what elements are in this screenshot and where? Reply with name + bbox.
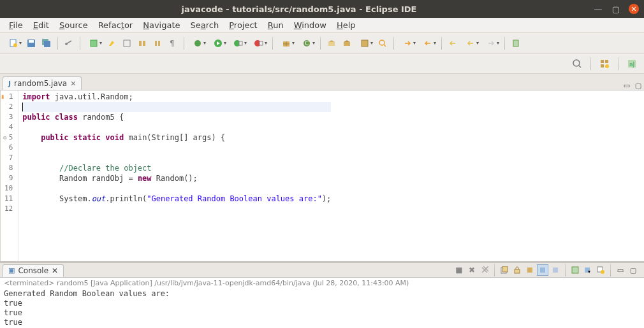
menu-file[interactable]: File [4, 19, 28, 31]
svg-text:▾: ▾ [588, 269, 590, 274]
separator [590, 57, 591, 70]
quick-search-button[interactable] [570, 57, 584, 71]
new-package-button[interactable] [277, 36, 296, 50]
pilcrow-button[interactable]: ¶ [166, 36, 180, 50]
code-line[interactable]: System.out.println("Generated Random Boo… [22, 194, 331, 204]
code-line[interactable] [22, 204, 331, 214]
code-line[interactable]: public static void main(String[] args) { [22, 132, 331, 143]
run-button[interactable] [209, 36, 228, 50]
show-console-button[interactable] [537, 264, 548, 276]
close-button[interactable]: ✕ [629, 4, 639, 14]
close-console-icon[interactable]: ✕ [52, 266, 58, 275]
show-whitespace-button[interactable] [135, 36, 149, 50]
menu-refactor[interactable]: Refactor [93, 19, 138, 31]
external-tools-button[interactable] [249, 36, 268, 50]
forward-button[interactable] [481, 36, 501, 50]
code-line[interactable]: //Declare the object [22, 163, 331, 173]
svg-rect-2 [27, 39, 35, 47]
code-line[interactable] [22, 153, 331, 163]
back-button[interactable] [461, 36, 480, 50]
next-annotation-button[interactable] [398, 36, 417, 50]
word-wrap-button[interactable] [524, 264, 536, 276]
separator [618, 57, 618, 70]
console-tab[interactable]: ▣ Console ✕ [3, 264, 64, 277]
search-button[interactable] [376, 36, 390, 50]
svg-rect-30 [605, 60, 608, 63]
open-perspective-icon[interactable] [597, 57, 611, 71]
svg-point-32 [605, 64, 609, 68]
code-line[interactable]: Random randObj = new Random(); [22, 173, 331, 183]
java-perspective-icon[interactable]: aJ [625, 57, 639, 71]
maximize-button[interactable]: ▢ [611, 4, 621, 14]
display-selected-button[interactable] [569, 264, 581, 276]
window-title: javacode - tutorials/src/random5.java - … [5, 4, 593, 14]
code-line[interactable] [22, 102, 331, 112]
menu-navigate[interactable]: Navigate [138, 19, 185, 31]
svg-point-28 [573, 60, 580, 66]
clear-console-button[interactable] [499, 264, 510, 276]
svg-rect-39 [540, 267, 545, 273]
open-type-button[interactable] [325, 36, 339, 50]
toggle-highlight-button[interactable] [105, 36, 119, 50]
code-line[interactable]: public class random5 { [22, 112, 331, 122]
svg-point-14 [194, 40, 201, 46]
minimize-view-icon[interactable]: ▭ [622, 81, 631, 90]
debug-button[interactable] [188, 36, 207, 50]
console-output[interactable]: Generated Random Boolean values are: tru… [0, 289, 644, 328]
menu-bar: File Edit Source Refactor Navigate Searc… [0, 18, 644, 33]
coverage-button[interactable] [84, 36, 103, 50]
svg-rect-0 [10, 39, 16, 46]
new-class-button[interactable]: C [297, 36, 316, 50]
close-tab-icon[interactable]: ✕ [70, 80, 76, 88]
svg-rect-25 [362, 40, 368, 46]
link-editor-button[interactable] [62, 36, 76, 50]
svg-point-18 [254, 40, 261, 46]
minimize-console-icon[interactable]: ▭ [616, 266, 625, 275]
save-button[interactable] [24, 36, 38, 50]
svg-rect-36 [502, 266, 508, 272]
code-line[interactable] [22, 143, 331, 153]
separator [184, 37, 184, 50]
maximize-console-icon[interactable]: ▢ [629, 266, 638, 275]
new-console-dropdown[interactable] [595, 264, 606, 276]
separator [80, 37, 80, 50]
svg-rect-31 [601, 64, 604, 68]
pin-console-button[interactable] [550, 264, 561, 276]
maximize-view-icon[interactable]: ▢ [634, 81, 643, 90]
remove-all-button[interactable] [479, 264, 490, 276]
menu-source[interactable]: Source [54, 19, 93, 31]
minimize-button[interactable]: — [593, 4, 603, 14]
svg-rect-10 [143, 41, 145, 46]
separator [565, 264, 566, 276]
last-edit-button[interactable] [446, 36, 460, 50]
menu-edit[interactable]: Edit [28, 19, 54, 31]
menu-project[interactable]: Project [224, 19, 263, 31]
menu-help[interactable]: Help [332, 19, 361, 31]
code-line[interactable]: import java.util.Random; [22, 92, 331, 102]
java-file-icon: J [8, 80, 11, 88]
menu-search[interactable]: Search [186, 19, 224, 31]
open-console-dropdown[interactable]: ▾ [582, 264, 594, 276]
menu-run[interactable]: Run [263, 19, 289, 31]
code-area[interactable]: import java.util.Random;public class ran… [18, 90, 335, 261]
scroll-lock-button[interactable] [511, 264, 523, 276]
terminate-button[interactable]: ■ [453, 264, 465, 276]
toggle-word-wrap-button[interactable] [150, 36, 165, 50]
remove-launch-button[interactable]: ✖ [466, 264, 478, 276]
run-last-button[interactable] [229, 36, 248, 50]
save-all-button[interactable] [40, 36, 54, 50]
code-line[interactable] [22, 183, 331, 194]
toggle-block-button[interactable] [120, 36, 134, 50]
new-button[interactable] [4, 36, 23, 50]
code-line[interactable] [22, 122, 331, 132]
open-task-button[interactable] [340, 36, 354, 50]
pin-editor-button[interactable] [509, 36, 523, 50]
code-editor[interactable]: 123456789101112 import java.util.Random;… [0, 90, 644, 261]
svg-rect-20 [283, 41, 289, 46]
editor-tab[interactable]: J random5.java ✕ [3, 76, 82, 90]
svg-rect-12 [158, 41, 160, 46]
prev-annotation-button[interactable] [418, 36, 437, 50]
open-perspective-button[interactable] [355, 36, 374, 50]
svg-rect-40 [553, 267, 558, 273]
menu-window[interactable]: Window [289, 19, 332, 31]
